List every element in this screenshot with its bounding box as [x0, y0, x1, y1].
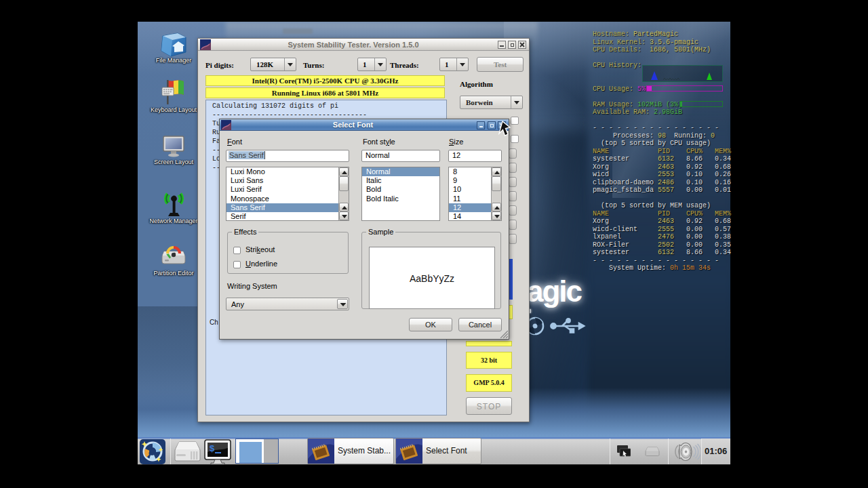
svg-text:$: $ [210, 443, 215, 453]
